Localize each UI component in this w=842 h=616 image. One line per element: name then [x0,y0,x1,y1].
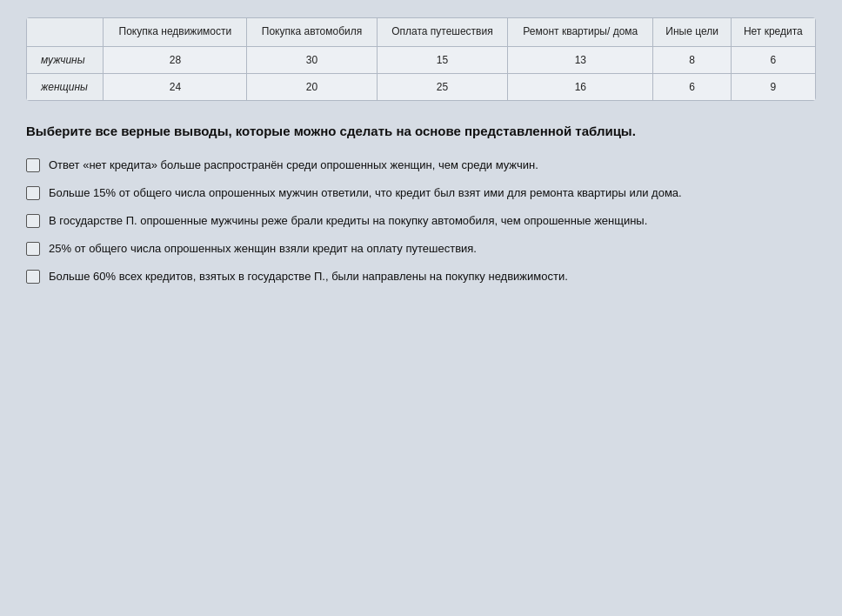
table-header-3: Оплата путешествия [377,18,507,47]
table-header-5: Иные цели [653,18,731,47]
cell-r1-c5: 9 [731,73,815,100]
option-item-4: Больше 60% всех кредитов, взятых в госуд… [26,269,816,285]
option-text-1: Больше 15% от общего числа опрошенных му… [49,185,682,201]
row-label-0: мужчины [27,46,104,73]
checkbox-3[interactable] [26,242,40,256]
options-list: Ответ «нет кредита» больше распространён… [26,157,816,285]
table-header-1: Покупка недвижимости [104,18,247,47]
question-text: Выберите все верные выводы, которые можн… [26,122,816,140]
cell-r0-c1: 30 [247,46,377,73]
cell-r0-c0: 28 [104,46,247,73]
table-row: женщины2420251669 [27,73,816,100]
cell-r1-c0: 24 [104,73,247,100]
cell-r1-c4: 6 [653,73,731,100]
option-text-3: 25% от общего числа опрошенных женщин вз… [49,241,477,257]
table-row: мужчины2830151386 [27,46,816,73]
table-header-6: Нет кредита [731,18,815,47]
cell-r1-c3: 16 [508,73,653,100]
option-item-1: Больше 15% от общего числа опрошенных му… [26,185,816,201]
option-item-3: 25% от общего числа опрошенных женщин вз… [26,241,816,257]
cell-r0-c5: 6 [731,46,815,73]
option-item-0: Ответ «нет кредита» больше распространён… [26,157,816,173]
cell-r0-c4: 8 [653,46,731,73]
table-header-4: Ремонт квартиры/ дома [508,18,653,47]
option-text-0: Ответ «нет кредита» больше распространён… [49,157,538,173]
cell-r1-c2: 25 [377,73,507,100]
checkbox-1[interactable] [26,186,40,200]
option-item-2: В государстве П. опрошенные мужчины реже… [26,213,816,229]
table-header-2: Покупка автомобиля [247,18,377,47]
option-text-4: Больше 60% всех кредитов, взятых в госуд… [49,269,568,285]
checkbox-0[interactable] [26,158,40,172]
table-empty-header [27,18,104,47]
checkbox-4[interactable] [26,270,40,284]
row-label-1: женщины [27,73,104,100]
option-text-2: В государстве П. опрошенные мужчины реже… [49,213,647,229]
cell-r0-c2: 15 [377,46,507,73]
checkbox-2[interactable] [26,214,40,228]
cell-r1-c1: 20 [247,73,377,100]
data-table: Покупка недвижимостиПокупка автомобиляОп… [26,17,816,101]
cell-r0-c3: 13 [508,46,653,73]
